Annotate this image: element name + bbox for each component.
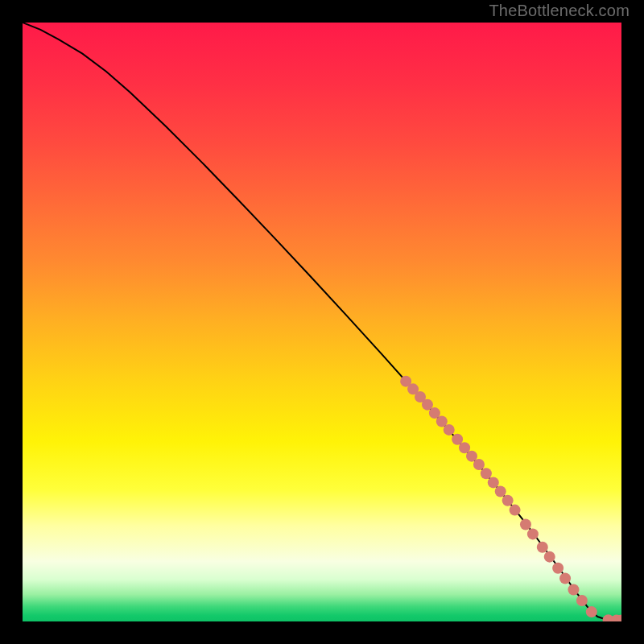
data-marker [444,424,455,436]
data-marker [510,505,521,516]
data-marker [568,584,579,596]
data-marker [502,495,514,506]
plot-area [23,23,621,621]
data-marker [488,477,499,488]
data-marker [473,459,485,470]
data-marker [495,486,506,497]
data-marker [586,606,597,617]
chart-stage: TheBottleneck.com [0,0,644,644]
data-marker [559,572,571,584]
data-marker [520,518,531,530]
data-marker [537,542,548,553]
data-marker [552,563,564,574]
attribution-label: TheBottleneck.com [489,2,630,20]
data-marker [576,595,588,606]
data-marker [481,468,492,479]
data-marker [544,551,555,563]
chart-svg [23,23,621,621]
data-marker [527,528,539,539]
